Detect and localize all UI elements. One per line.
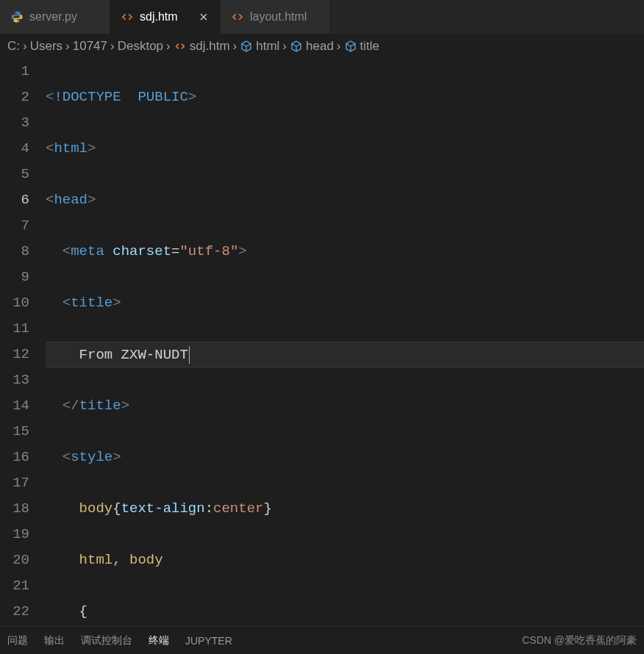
line-number: 4: [0, 136, 29, 162]
watermark-text: CSDN @爱吃香蕉的阿豪: [522, 634, 637, 647]
code-editor[interactable]: 1 2 3 4 5 6 7 8 9 10 11 12 13 14 15 16 1…: [0, 59, 644, 626]
line-number: 16: [0, 445, 29, 470]
line-number: 9: [0, 265, 29, 290]
breadcrumb-segment[interactable]: 10747: [71, 39, 109, 54]
breadcrumb-segment[interactable]: C:: [6, 39, 21, 54]
code-icon: [173, 40, 187, 53]
line-number: 5: [0, 162, 29, 187]
breadcrumb-symbol[interactable]: html: [238, 39, 281, 54]
breadcrumb-segment[interactable]: Desktop: [116, 39, 165, 54]
close-icon[interactable]: [198, 11, 210, 23]
line-number: 15: [0, 419, 29, 445]
line-number: 14: [0, 393, 29, 419]
tab-label: sdj.htm: [140, 10, 178, 24]
tab-sdj-htm[interactable]: sdj.htm: [110, 0, 221, 34]
panel-tab-debug-console[interactable]: 调试控制台: [81, 634, 132, 647]
line-number: 7: [0, 213, 29, 239]
tab-layout-html[interactable]: layout.html: [221, 0, 331, 34]
chevron-right-icon: ›: [65, 39, 70, 54]
symbol-icon: [290, 40, 303, 53]
tab-bar: server.py sdj.htm layout.html: [0, 0, 644, 34]
line-number: 13: [0, 367, 29, 393]
chevron-right-icon: ›: [282, 39, 287, 54]
line-number: 10: [0, 290, 29, 316]
line-number: 17: [0, 470, 29, 496]
chevron-right-icon: ›: [337, 39, 341, 54]
panel-tab-jupyter[interactable]: JUPYTER: [185, 635, 232, 647]
line-number: 11: [0, 316, 29, 342]
breadcrumb: C: › Users › 10747 › Desktop › sdj.htm ›…: [0, 34, 644, 59]
chevron-right-icon: ›: [166, 39, 171, 54]
chevron-right-icon: ›: [110, 39, 115, 54]
line-number: 18: [0, 496, 29, 522]
panel-tab-terminal[interactable]: 终端: [149, 634, 169, 647]
text-cursor: [189, 346, 190, 364]
chevron-right-icon: ›: [233, 39, 237, 54]
breadcrumb-file[interactable]: sdj.htm: [172, 39, 232, 54]
line-number: 22: [0, 599, 29, 625]
code-area[interactable]: <!DOCTYPE PUBLIC> <html> <head> <meta ch…: [46, 59, 644, 626]
line-number: 8: [0, 239, 29, 265]
line-number: 12: [0, 342, 29, 367]
panel-tab-problems[interactable]: 问题: [7, 634, 28, 647]
tab-label: server.py: [29, 10, 77, 24]
code-icon: [121, 10, 134, 24]
line-number: 6: [0, 187, 29, 213]
chevron-right-icon: ›: [23, 39, 27, 54]
code-icon: [231, 10, 244, 24]
line-number: 2: [0, 85, 29, 110]
breadcrumb-symbol[interactable]: title: [343, 39, 381, 54]
line-number: 21: [0, 573, 29, 599]
line-number: 1: [0, 59, 29, 85]
python-icon: [10, 10, 24, 24]
line-number: 3: [0, 110, 29, 136]
tab-server-py[interactable]: server.py: [0, 0, 110, 34]
symbol-icon: [344, 40, 357, 53]
panel-tab-output[interactable]: 输出: [44, 634, 65, 647]
line-number: 19: [0, 522, 29, 547]
line-number-gutter: 1 2 3 4 5 6 7 8 9 10 11 12 13 14 15 16 1…: [0, 59, 46, 626]
breadcrumb-segment[interactable]: Users: [29, 39, 64, 54]
line-number: 20: [0, 547, 29, 573]
bottom-panel: 问题 输出 调试控制台 终端 JUPYTER CSDN @爱吃香蕉的阿豪: [0, 626, 644, 654]
breadcrumb-symbol[interactable]: head: [288, 39, 335, 54]
symbol-icon: [240, 40, 253, 53]
tab-label: layout.html: [250, 10, 307, 24]
